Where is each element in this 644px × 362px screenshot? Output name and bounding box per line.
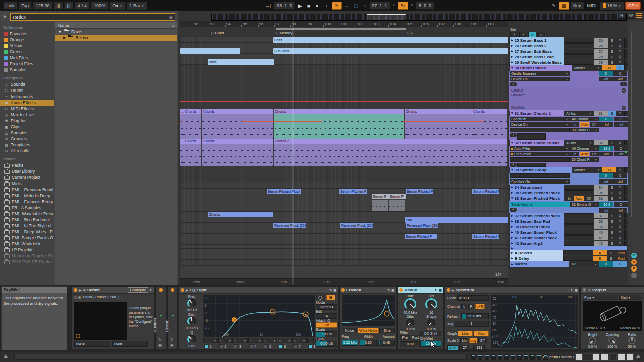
value-box[interactable]: 0 <box>599 261 613 267</box>
eq-q-value[interactable]: 0.63 <box>181 344 202 348</box>
track-lane-2[interactable]: ...Sub Bass <box>180 48 508 54</box>
save-preset-icon[interactable]: ▣ <box>439 288 442 292</box>
stop-button[interactable]: ■ <box>305 2 313 9</box>
corpus-display[interactable]: Decay 4.37 s Radius 44 % <box>583 301 642 331</box>
track-number-badge[interactable]: 34 <box>594 185 608 190</box>
device-serum-titlebar[interactable]: ▶ ⚙ Serum Configure ↻ <box>72 287 154 294</box>
track-number-badge[interactable]: 25 <box>594 38 608 43</box>
eq-band-checkbox[interactable] <box>264 344 268 348</box>
punch-out-icon[interactable]: ◝ <box>409 3 415 9</box>
midi-clip[interactable]: Serum Pitched P <box>472 234 499 239</box>
sidebar-item-lp-projekte[interactable]: LP Projekte <box>0 247 54 253</box>
locator-lane[interactable]: ▷Build▷Melody▷7 <box>180 27 508 38</box>
fold-icon[interactable]: ▶ <box>186 288 188 292</box>
midi-clip[interactable]: Reversed Pluck [202 <box>273 223 306 228</box>
sidebar-item-pml-francois-rengere[interactable]: PML - Francois Rengere <box>0 199 54 205</box>
monitor-in[interactable]: In <box>570 152 579 156</box>
sidebar-item-drums[interactable]: ∷Drums <box>0 87 54 94</box>
device-off-icon[interactable] <box>583 288 586 292</box>
sidebar-item-user-library[interactable]: User Library <box>0 168 54 174</box>
arrangement-position-field[interactable]: 98. 1. 3 <box>274 2 295 10</box>
track-fold-icon[interactable]: ▸ <box>511 49 513 53</box>
hot-swap-icon[interactable]: ↻ <box>170 338 173 342</box>
param-select[interactable]: All Ins▼ <box>565 140 593 145</box>
audio-clip[interactable]: Bass <box>208 59 274 65</box>
fold-icon[interactable]: ▶ <box>452 288 454 292</box>
sidebar-item-fr-a-samples[interactable]: FR - A Samples <box>0 205 54 211</box>
sidebar-item-pml-wavetable-preset[interactable]: PML-Wavetable-Preset <box>0 211 54 217</box>
corpus-ratio-knob[interactable] <box>628 337 636 344</box>
eq-band-checkbox[interactable] <box>279 344 283 348</box>
add-locator-button[interactable]: + <box>510 32 518 37</box>
sidebar-item-sounds[interactable]: ♪Sounds <box>0 81 54 87</box>
solo-button[interactable]: S <box>608 241 616 246</box>
solo-button[interactable]: S <box>608 213 616 218</box>
monitor-off[interactable]: Off <box>590 122 599 127</box>
arm-button[interactable]: ⊙ <box>616 196 624 201</box>
sidebar-item-audio-effects[interactable]: ⇄Audio Effects <box>0 100 54 106</box>
search-clear-icon[interactable]: ⊗ <box>169 15 173 20</box>
device-reverb-collapsed[interactable]: Reverb ↻ ▣ <box>167 286 178 349</box>
device-on-icon[interactable] <box>171 288 174 292</box>
track-name[interactable]: ▾31 Serum Chords 1 <box>510 110 564 116</box>
redux-rate-value[interactable]: 40.0 kHz <box>400 311 420 314</box>
midi-clip[interactable]: ... Chords <box>180 109 201 139</box>
track-fold-icon[interactable]: ▸ <box>511 55 513 59</box>
value-box[interactable]: -inf <box>613 179 627 184</box>
redux-bits-value[interactable]: 16 <box>421 311 441 314</box>
midi-clip[interactable]: Serum Pitched P <box>405 234 437 239</box>
audio-clip[interactable]: Sub Bass <box>273 48 508 54</box>
remove-lane-icon[interactable]: − <box>622 106 626 110</box>
monitor-auto[interactable]: Auto <box>580 152 589 156</box>
track-number-badge[interactable]: 35 <box>594 190 608 195</box>
monitor-off[interactable]: Off <box>590 152 599 156</box>
sidebar-item-orange[interactable]: Orange <box>0 37 54 43</box>
track-fold-icon[interactable]: ▸ <box>511 185 513 189</box>
track-lane-9[interactable]: ... ChordsChordsChords 2 <box>180 139 508 166</box>
automation-lane-label[interactable]: ChorusDry/Wet− <box>510 87 627 105</box>
groove-amount-field[interactable]: 100% <box>91 2 108 10</box>
midi-clip[interactable]: Chords <box>202 109 273 139</box>
solo-button[interactable]: S <box>608 185 616 190</box>
track-header-18[interactable]: ▸ <box>509 246 628 250</box>
sidebar-item-pml-ben-boehmer-m[interactable]: PML - Ben Boehmer - M <box>0 217 54 223</box>
corpus-quality-select[interactable]: Med ▾ <box>619 295 642 300</box>
section-toggle-IO[interactable]: IO <box>631 253 637 258</box>
redux-filter-value[interactable]: 0.00 <box>400 341 420 347</box>
midi-clip[interactable]: Reversed Pluck [302 <box>340 223 373 228</box>
track-lane-14[interactable]: Chords <box>180 212 508 217</box>
track-lane-17[interactable] <box>180 228 508 234</box>
value-box[interactable]: -inf <box>613 208 627 213</box>
arm-button[interactable]: ⊙ <box>616 111 624 116</box>
configure-button[interactable]: Configure <box>128 287 148 293</box>
show-info-toggle-icon[interactable] <box>3 354 8 358</box>
redux-filter-pre-button[interactable]: Pre <box>400 335 410 340</box>
solo-button[interactable]: S <box>608 235 616 240</box>
track-lane-13[interactable]: Serum PSerum P <box>180 194 508 212</box>
time-signature-field[interactable]: 4 / 4 <box>75 2 90 10</box>
eq-band-filter-select[interactable]: ∩▼ <box>248 338 263 343</box>
track-lane-6[interactable] <box>180 70 508 97</box>
param-select[interactable]: Auto Filter▼ <box>510 146 570 151</box>
corpus-opening-knob[interactable] <box>608 337 616 344</box>
eq-output-gain-value[interactable]: 0.00 dB <box>316 341 337 347</box>
save-preset-icon[interactable]: ▣ <box>158 343 162 347</box>
track-header-8[interactable]: ▾33 Synths GroupMaster▼33S0CSpeaker On▼-… <box>509 167 628 184</box>
clip-overview-mini[interactable] <box>471 354 548 360</box>
track-lane-3[interactable] <box>180 54 508 59</box>
solo-button[interactable]: S <box>608 219 616 224</box>
track-header-12[interactable]: ▸37 Serum Pitched Pluck37S⊙ <box>509 213 628 218</box>
tree-arrow-icon[interactable]: ▶ <box>63 36 66 40</box>
add-locator-button-2[interactable]: + <box>519 32 527 37</box>
punch-in-field[interactable]: 97. 1. 1 <box>369 2 390 10</box>
track-number-badge[interactable]: 32 <box>594 140 608 145</box>
link-follow-icon[interactable]: ∞ <box>528 32 536 37</box>
ghost-clip[interactable]: Serum P <box>372 194 389 199</box>
sidebar-item-pml-premium-bundle[interactable]: PML - Premium Bundle <box>0 187 54 193</box>
erosion-mode-wide-noise[interactable]: Wide Noise <box>358 328 379 333</box>
loop-length-field[interactable]: 8. 0. 0 <box>416 2 434 10</box>
key-map-button[interactable]: Key <box>570 2 584 10</box>
value-box[interactable]: C <box>614 202 628 207</box>
arm-button[interactable]: ⊙ <box>616 54 624 59</box>
sidebar-item-all-results[interactable]: ⊙All results <box>0 148 54 154</box>
